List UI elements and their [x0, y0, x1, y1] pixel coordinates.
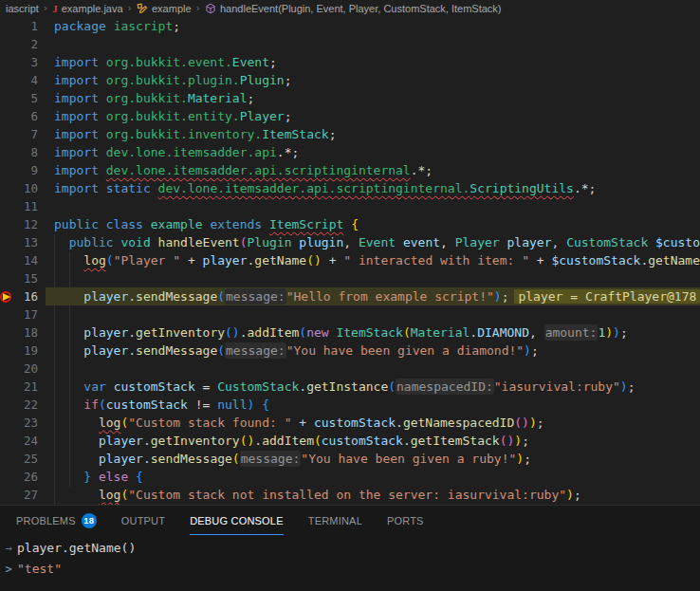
- debug-inline-value: player = CraftPlayer@178: [514, 289, 700, 304]
- code-text: log("Custom stack found: " + customStack…: [54, 416, 544, 430]
- code-text: log("Custom stack not installed on the s…: [54, 488, 581, 502]
- line-number[interactable]: 19: [0, 342, 54, 360]
- breadcrumb: iascript›Jexample.java›example›handleEve…: [0, 0, 700, 16]
- arrow-right-icon: →: [2, 538, 15, 559]
- line-number[interactable]: 8: [0, 143, 54, 161]
- code-text: player.sendMessage(message:"You have bee…: [54, 451, 531, 467]
- code-line[interactable]: 14 log("Player " + player.getName() + " …: [0, 251, 700, 269]
- line-number[interactable]: 23: [0, 414, 54, 432]
- breadcrumb-item[interactable]: Jexample.java: [52, 1, 122, 16]
- breadcrumb-separator: ›: [44, 2, 47, 14]
- code-text: package iascript;: [54, 19, 180, 33]
- code-text: player.getInventory().addItem(new ItemSt…: [54, 324, 628, 341]
- breakpoint-current-line-icon[interactable]: [0, 291, 11, 303]
- code-text: import org.bukkit.event.Event;: [54, 55, 277, 69]
- code-line[interactable]: 2: [0, 35, 700, 53]
- breadcrumb-label: example: [152, 1, 192, 16]
- code-text: if(customStack != null) {: [54, 397, 269, 412]
- code-line[interactable]: 10import static dev.lone.itemsadder.api.…: [0, 179, 700, 197]
- code-line[interactable]: 22 if(customStack != null) {: [0, 396, 700, 414]
- code-line[interactable]: 8import dev.lone.itemsadder.api.*;: [0, 143, 700, 161]
- line-number[interactable]: 10: [0, 179, 54, 197]
- console-row[interactable]: >"test": [0, 559, 700, 580]
- code-line[interactable]: 18 player.getInventory().addItem(new Ite…: [0, 323, 700, 342]
- breadcrumb-label: example.java: [62, 1, 123, 16]
- line-number[interactable]: 22: [0, 396, 54, 414]
- vscode-window: iascript›Jexample.java›example›handleEve…: [0, 0, 700, 591]
- code-line[interactable]: 4import org.bukkit.plugin.Plugin;: [0, 71, 700, 89]
- code-line[interactable]: 12public class example extends ItemScrip…: [0, 215, 700, 233]
- console-text: player.getName(): [17, 538, 136, 559]
- line-number[interactable]: 15: [0, 269, 54, 287]
- code-line[interactable]: 21 var customStack = CustomStack.getInst…: [0, 378, 700, 396]
- code-line[interactable]: 27 log("Custom stack not installed on th…: [0, 486, 700, 504]
- console-row[interactable]: →player.getName(): [0, 538, 700, 559]
- line-number[interactable]: 5: [0, 89, 54, 107]
- panel-tab-label: PORTS: [387, 515, 424, 526]
- code-line[interactable]: 1package iascript;: [0, 17, 700, 35]
- line-number[interactable]: 25: [0, 450, 54, 468]
- code-line[interactable]: 26 } else {: [0, 468, 700, 486]
- line-number[interactable]: 1: [0, 17, 54, 35]
- code-text: import org.bukkit.entity.Player;: [54, 109, 291, 123]
- panel-tab-ports[interactable]: PORTS: [387, 506, 424, 535]
- code-line[interactable]: 15: [0, 269, 700, 287]
- code-line[interactable]: 5import org.bukkit.Material;: [0, 89, 700, 107]
- code-text: import org.bukkit.plugin.Plugin;: [54, 73, 291, 87]
- code-text: public void handleEvent(Plugin plugin, E…: [54, 235, 700, 249]
- code-text: player.sendMessage(message:"You have bee…: [54, 342, 539, 359]
- code-text: player.getInventory().addItem(customStac…: [54, 434, 529, 448]
- code-editor[interactable]: 1package iascript;23import org.bukkit.ev…: [0, 16, 700, 505]
- line-number[interactable]: 21: [0, 378, 54, 396]
- code-line[interactable]: 9import dev.lone.itemsadder.api.scriptin…: [0, 161, 700, 179]
- code-line[interactable]: 7import org.bukkit.inventory.ItemStack;: [0, 125, 700, 143]
- code-line[interactable]: 11: [0, 197, 700, 215]
- line-number[interactable]: 4: [0, 71, 54, 89]
- breadcrumb-item[interactable]: example: [137, 1, 192, 16]
- breadcrumb-item[interactable]: iascript: [6, 1, 39, 16]
- code-line[interactable]: 16 player.sendMessage(message:"Hello fro…: [0, 287, 700, 305]
- code-text: } else {: [54, 470, 143, 484]
- line-number[interactable]: 17: [0, 305, 54, 323]
- class-icon: [137, 3, 148, 14]
- code-line[interactable]: 13 public void handleEvent(Plugin plugin…: [0, 233, 700, 251]
- problems-count-badge: 18: [82, 513, 97, 528]
- line-number[interactable]: 20: [0, 360, 54, 378]
- line-number[interactable]: 6: [0, 107, 54, 125]
- line-number[interactable]: 2: [0, 35, 54, 53]
- panel-tab-debug-console[interactable]: DEBUG CONSOLE: [190, 506, 284, 535]
- code-line[interactable]: 23 log("Custom stack found: " + customSt…: [0, 414, 700, 432]
- code-line[interactable]: 25 player.sendMessage(message:"You have …: [0, 450, 700, 468]
- line-number[interactable]: 12: [0, 215, 54, 233]
- console-text: "test": [17, 559, 62, 580]
- line-number[interactable]: 24: [0, 432, 54, 450]
- method-icon: [205, 3, 216, 14]
- debug-console[interactable]: →player.getName()>"test": [0, 535, 700, 591]
- line-number[interactable]: 14: [0, 251, 54, 269]
- breadcrumb-label: handleEvent(Plugin, Event, Player, Custo…: [220, 1, 502, 16]
- line-number[interactable]: 18: [0, 323, 54, 342]
- code-line[interactable]: 3import org.bukkit.event.Event;: [0, 53, 700, 71]
- line-number[interactable]: 27: [0, 486, 54, 504]
- code-line[interactable]: 19 player.sendMessage(message:"You have …: [0, 342, 700, 360]
- breadcrumb-item[interactable]: handleEvent(Plugin, Event, Player, Custo…: [205, 1, 502, 16]
- panel-tab-label: DEBUG CONSOLE: [190, 515, 284, 526]
- line-number[interactable]: 13: [0, 233, 54, 251]
- code-text: import dev.lone.itemsadder.api.*;: [54, 145, 299, 159]
- code-text: var customStack = CustomStack.getInstanc…: [54, 379, 636, 395]
- line-number[interactable]: 11: [0, 197, 54, 215]
- code-line[interactable]: 20: [0, 360, 700, 378]
- panel-tab-problems[interactable]: PROBLEMS18: [16, 506, 97, 535]
- line-number[interactable]: 26: [0, 468, 54, 486]
- bottom-panel: PROBLEMS18OUTPUTDEBUG CONSOLETERMINALPOR…: [0, 505, 700, 591]
- code-line[interactable]: 17: [0, 305, 700, 323]
- panel-tab-terminal[interactable]: TERMINAL: [308, 506, 362, 535]
- breadcrumb-separator: ›: [196, 2, 200, 14]
- code-line[interactable]: 24 player.getInventory().addItem(customS…: [0, 432, 700, 450]
- breadcrumb-separator: ›: [128, 2, 132, 14]
- line-number[interactable]: 9: [0, 161, 54, 179]
- panel-tab-output[interactable]: OUTPUT: [121, 506, 165, 535]
- line-number[interactable]: 3: [0, 53, 54, 71]
- line-number[interactable]: 7: [0, 125, 54, 143]
- code-line[interactable]: 6import org.bukkit.entity.Player;: [0, 107, 700, 125]
